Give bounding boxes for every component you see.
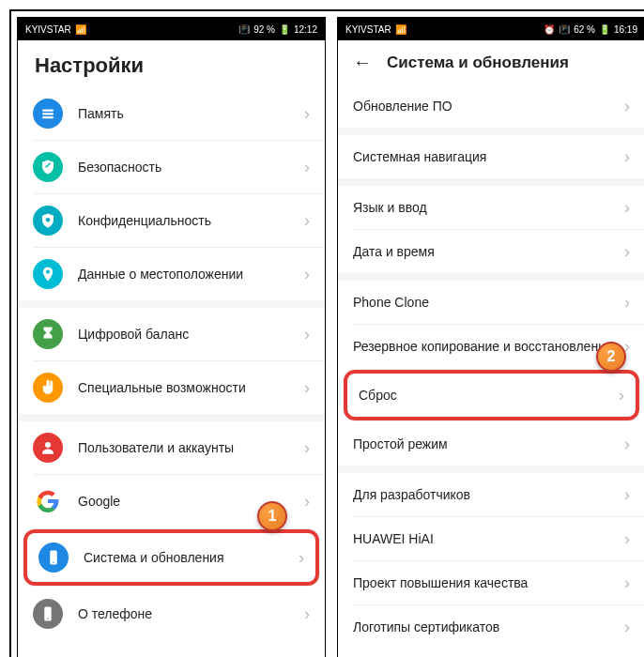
item-label: HUAWEI HiAI: [353, 530, 617, 547]
item-label: Проект повышения качества: [353, 574, 617, 591]
chevron-right-icon: ›: [624, 198, 630, 218]
svg-point-4: [45, 442, 51, 448]
item-label: Специальные возможности: [78, 379, 297, 396]
svg-rect-0: [42, 110, 54, 112]
system-item-quality[interactable]: Проект повышения качества ›: [338, 561, 644, 604]
system-item-reset[interactable]: Сброс ›: [347, 374, 636, 417]
alarm-icon: ⏰: [544, 24, 555, 35]
clock: 12:12: [294, 24, 317, 35]
shield-icon: [33, 152, 63, 182]
chevron-right-icon: ›: [624, 529, 630, 549]
item-label: Память: [78, 105, 297, 122]
memory-icon: [33, 99, 63, 129]
settings-item-privacy[interactable]: Конфиденциальность ›: [18, 194, 325, 247]
system-list: Обновление ПО › Системная навигация › Яз…: [338, 84, 644, 657]
item-label: Безопасность: [78, 159, 297, 176]
signal-icon: 📶: [395, 24, 406, 35]
svg-rect-2: [42, 116, 54, 118]
system-item-lang[interactable]: Язык и ввод ›: [338, 186, 644, 229]
item-label: Конфиденциальность: [78, 212, 297, 229]
item-label: Дата и время: [353, 243, 617, 260]
system-item-dev[interactable]: Для разработчиков ›: [338, 473, 644, 516]
battery-icon: 🔋: [279, 24, 290, 35]
settings-list: Память › Безопасность › Конфиденциальнос…: [18, 87, 325, 657]
chevron-right-icon: ›: [304, 604, 310, 624]
settings-item-memory[interactable]: Память ›: [18, 87, 325, 140]
chevron-right-icon: ›: [304, 438, 310, 458]
clock: 16:19: [614, 24, 637, 35]
chevron-right-icon: ›: [624, 97, 630, 116]
highlight-system: 1 Система и обновления ›: [23, 529, 319, 586]
chevron-right-icon: ›: [299, 548, 304, 568]
item-label: Для разработчиков: [353, 486, 617, 503]
chevron-right-icon: ›: [619, 386, 624, 405]
item-label: Пользователи и аккаунты: [78, 439, 297, 456]
settings-item-location[interactable]: Данные о местоположении ›: [18, 248, 325, 300]
system-icon: [38, 542, 69, 573]
chevron-right-icon: ›: [624, 573, 630, 593]
chevron-right-icon: ›: [624, 435, 630, 454]
chevron-right-icon: ›: [304, 492, 310, 512]
svg-point-3: [46, 218, 51, 222]
chevron-right-icon: ›: [304, 265, 310, 284]
chevron-right-icon: ›: [304, 378, 310, 398]
back-arrow-icon[interactable]: ←: [353, 52, 372, 73]
privacy-icon: [33, 206, 63, 236]
item-label: Системная навигация: [353, 148, 617, 165]
settings-item-users[interactable]: Пользователи и аккаунты ›: [18, 421, 325, 474]
settings-item-accessibility[interactable]: Специальные возможности ›: [18, 361, 325, 414]
user-icon: [33, 433, 63, 463]
svg-point-6: [53, 562, 54, 564]
page-header: ← Система и обновления: [338, 40, 644, 84]
svg-rect-1: [42, 113, 54, 115]
chevron-right-icon: ›: [304, 104, 310, 124]
svg-point-8: [47, 619, 49, 620]
highlight-reset: 2 Сброс ›: [344, 370, 639, 420]
battery-icon: 🔋: [599, 24, 610, 35]
item-label: Простой режим: [353, 435, 617, 452]
settings-item-digital-balance[interactable]: Цифровой баланс ›: [18, 308, 325, 360]
chevron-right-icon: ›: [304, 211, 310, 231]
item-label: Цифровой баланс: [78, 326, 297, 343]
status-bar: KYIVSTAR 📶 📳 92 % 🔋 12:12: [18, 18, 325, 40]
system-item-nav[interactable]: Системная навигация ›: [338, 135, 644, 178]
settings-item-system[interactable]: Система и обновления ›: [27, 533, 315, 582]
page-title: Настройки: [18, 40, 325, 87]
battery-pct: 92 %: [253, 24, 275, 35]
vibrate-icon: 📳: [559, 24, 570, 35]
item-label: Логотипы сертификатов: [353, 619, 617, 635]
item-label: Резервное копирование и восстановление: [353, 338, 617, 355]
chevron-right-icon: ›: [304, 325, 310, 344]
system-item-certs[interactable]: Логотипы сертификатов ›: [338, 605, 644, 649]
callout-badge-1: 1: [257, 501, 287, 531]
item-label: Система и обновления: [84, 549, 291, 566]
hand-icon: [33, 373, 63, 403]
location-icon: [33, 259, 63, 289]
carrier-label: KYIVSTAR: [25, 24, 71, 35]
chevron-right-icon: ›: [304, 158, 310, 177]
settings-item-about[interactable]: О телефоне ›: [18, 588, 325, 640]
hourglass-icon: [33, 319, 63, 349]
chevron-right-icon: ›: [624, 485, 630, 505]
settings-item-security[interactable]: Безопасность ›: [18, 141, 325, 193]
page-title: Система и обновления: [387, 53, 569, 72]
system-item-hiai[interactable]: HUAWEI HiAI ›: [338, 517, 644, 560]
item-label: Язык и ввод: [353, 199, 617, 216]
chevron-right-icon: ›: [624, 293, 630, 313]
chevron-right-icon: ›: [624, 618, 630, 637]
system-item-simple[interactable]: Простой режим ›: [338, 422, 644, 466]
phone-icon: [33, 599, 63, 629]
system-item-phoneclone[interactable]: Phone Clone ›: [338, 281, 644, 324]
chevron-right-icon: ›: [624, 242, 630, 262]
system-item-datetime[interactable]: Дата и время ›: [338, 230, 644, 273]
status-bar: KYIVSTAR 📶 ⏰ 📳 62 % 🔋 16:19: [338, 18, 644, 40]
callout-badge-2: 2: [596, 342, 626, 372]
google-icon: [33, 486, 63, 516]
system-item-update[interactable]: Обновление ПО ›: [338, 84, 644, 128]
chevron-right-icon: ›: [624, 147, 630, 167]
carrier-label: KYIVSTAR: [345, 24, 391, 35]
vibrate-icon: 📳: [238, 24, 250, 35]
item-label: Сброс: [359, 387, 611, 404]
item-label: Phone Clone: [353, 294, 617, 311]
item-label: Обновление ПО: [353, 98, 617, 115]
